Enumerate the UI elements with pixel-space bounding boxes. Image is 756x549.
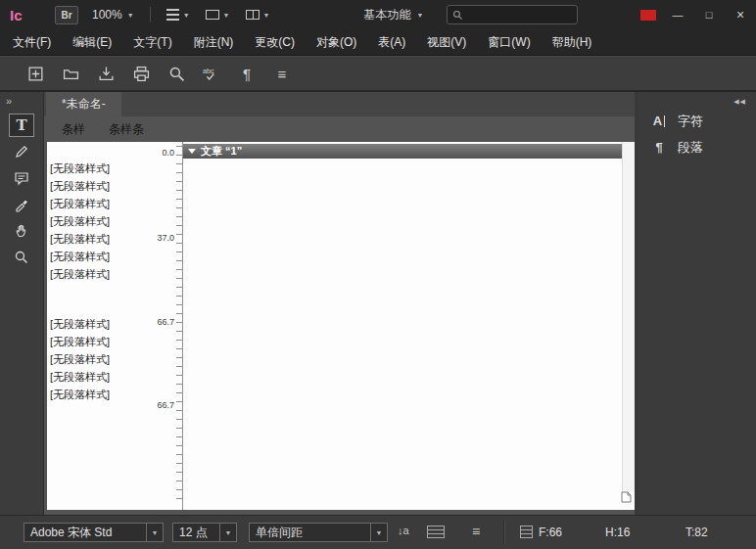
view-options-icon — [166, 9, 179, 21]
chevron-down-icon[interactable]: ▼ — [219, 524, 236, 541]
paragraph-panel-tab[interactable]: ¶ 段落 — [638, 134, 756, 160]
count-icon — [520, 526, 533, 538]
word-count: T:82 — [685, 526, 708, 539]
search-box[interactable] — [447, 5, 578, 24]
character-panel-icon: A — [650, 114, 668, 128]
menu-item[interactable]: 附注(N) — [183, 29, 245, 55]
note-icon — [14, 170, 29, 186]
hand-tool[interactable] — [9, 219, 34, 243]
arrange-documents-dropdown[interactable]: ▼ — [246, 10, 270, 20]
zoom-tool[interactable] — [9, 246, 34, 269]
window-controls: — □ × — [640, 0, 756, 29]
menu-item[interactable]: 对象(O) — [306, 29, 367, 55]
screen-mode-dropdown[interactable]: ▼ — [206, 10, 230, 20]
chevron-down-icon: ▼ — [183, 12, 190, 19]
story-header[interactable]: 文章 “1” — [183, 144, 623, 159]
chevron-down-icon: ▼ — [263, 12, 270, 19]
save-icon[interactable] — [96, 64, 116, 83]
show-hidden-characters-icon[interactable]: ¶ — [237, 64, 257, 83]
workspace-label: 基本功能 — [363, 7, 410, 23]
document-tab-bar: *未命名- — [44, 92, 635, 116]
menu-item[interactable]: 视图(V) — [416, 29, 477, 55]
arrange-documents-icon — [246, 10, 260, 20]
view-tab[interactable]: 条样 — [52, 119, 95, 140]
statusbar-menu-icon[interactable]: ≡ — [472, 524, 480, 539]
maximize-button[interactable]: □ — [693, 0, 725, 29]
document-area: *未命名- 条样条样条 [无段落样式][无段落样式][无段落样式][无段落样式]… — [44, 92, 635, 516]
collapse-triangle-icon[interactable] — [188, 149, 196, 154]
print-icon[interactable] — [131, 64, 151, 83]
close-button[interactable]: × — [725, 0, 756, 29]
leading-value: 单倍间距 — [250, 524, 370, 541]
depth-ruler: 0.037.066.766.7 — [147, 142, 182, 510]
menu-item[interactable]: 表(A) — [367, 29, 416, 55]
titlebar-separator — [150, 7, 151, 23]
paragraph-style-label: [无段落样式] — [47, 333, 147, 350]
galley-view: [无段落样式][无段落样式][无段落样式][无段落样式][无段落样式][无段落样… — [44, 142, 635, 516]
galley-info-icon[interactable] — [427, 526, 445, 538]
view-tab-bar: 条样条样条 — [44, 116, 635, 142]
spellcheck-icon[interactable]: abc — [202, 64, 221, 83]
statusbar-separator — [503, 521, 504, 544]
view-tab[interactable]: 条样条 — [99, 119, 154, 140]
menu-item[interactable]: 窗口(W) — [477, 29, 541, 55]
pencil-tool[interactable] — [9, 140, 34, 163]
document-tab[interactable]: *未命名- — [46, 92, 121, 116]
paragraph-style-label: [无段落样式] — [47, 230, 147, 248]
menu-item[interactable]: 编辑(E) — [62, 29, 122, 55]
character-panel-label: 字符 — [678, 113, 703, 130]
ruler-depth-label: 0.0 — [162, 148, 174, 158]
paragraph-style-label: [无段落样式] — [47, 212, 147, 230]
menu-item[interactable]: 文件(F) — [2, 29, 62, 55]
menu-item[interactable]: 文字(T) — [122, 29, 182, 55]
paragraph-style-label: [无段落样式] — [47, 265, 147, 283]
character-panel-tab[interactable]: A 字符 — [638, 108, 756, 134]
ruler-depth-label: 66.7 — [157, 317, 174, 327]
story-text-area[interactable]: 文章 “1” — [182, 142, 635, 510]
search-input[interactable] — [467, 8, 572, 22]
eyedropper-tool[interactable] — [9, 193, 34, 216]
tools-panel-expand-icon[interactable]: » — [0, 92, 43, 111]
chevron-down-icon[interactable]: ▼ — [146, 524, 163, 541]
leading-combo[interactable]: 单倍间距 ▼ — [249, 523, 388, 542]
zoom-level-value: 100% — [92, 8, 122, 22]
font-family-combo[interactable]: Adobe 宋体 Std ▼ — [24, 523, 164, 542]
new-document-icon[interactable] — [25, 64, 45, 83]
chevron-down-icon: ▼ — [223, 12, 230, 19]
page-corner-icon — [620, 489, 632, 507]
paragraph-style-label: [无段落样式] — [47, 195, 147, 212]
style-column: [无段落样式][无段落样式][无段落样式][无段落样式][无段落样式][无段落样… — [47, 142, 147, 510]
minimize-button[interactable]: — — [662, 0, 693, 29]
open-folder-icon[interactable] — [61, 64, 80, 83]
main-toolbar: abc ¶ ≡ — [0, 56, 756, 91]
leading-icon[interactable]: ↓a — [398, 525, 409, 536]
toolbar-menu-icon[interactable]: ≡ — [272, 64, 292, 83]
paragraph-style-label: [无段落样式] — [47, 350, 147, 368]
statusbar: Adobe 宋体 Std ▼ 12 点 ▼ 单倍间距 ▼ ↓a ≡ F:66 H… — [0, 515, 756, 549]
workspace-switcher[interactable]: 基本功能 ▼ — [363, 7, 423, 23]
zoom-level-dropdown[interactable]: 100% ▼ — [92, 8, 134, 22]
main-region: » T *未命名- — [0, 92, 756, 516]
search-icon[interactable] — [166, 64, 186, 83]
paragraph-style-label: [无段落样式] — [47, 315, 147, 333]
chevron-down-icon[interactable]: ▼ — [370, 524, 387, 541]
right-panel-dock: ◀◀ A 字符 ¶ 段落 — [638, 92, 756, 516]
vertical-scrollbar[interactable] — [622, 142, 635, 492]
paragraph-panel-label: 段落 — [678, 139, 703, 157]
menubar: 文件(F)编辑(E)文字(T)附注(N)更改(C)对象(O)表(A)视图(V)窗… — [0, 29, 756, 56]
menu-item[interactable]: 更改(C) — [244, 29, 306, 55]
bridge-button[interactable]: Br — [55, 6, 78, 24]
view-options-dropdown[interactable]: ▼ — [166, 9, 190, 21]
paragraph-style-label: [无段落样式] — [47, 177, 147, 195]
paragraph-style-label: [无段落样式] — [47, 368, 147, 386]
note-tool[interactable] — [9, 166, 34, 190]
chevron-down-icon: ▼ — [416, 12, 423, 19]
menu-item[interactable]: 帮助(H) — [542, 29, 603, 55]
paragraph-style-label: [无段落样式] — [47, 386, 147, 403]
font-size-combo[interactable]: 12 点 ▼ — [172, 523, 237, 542]
frame-count: F:66 — [539, 526, 562, 539]
red-indicator[interactable] — [640, 10, 656, 21]
panel-expand-icon[interactable]: ◀◀ — [638, 92, 756, 108]
type-tool[interactable]: T — [9, 114, 34, 137]
paragraph-panel-icon: ¶ — [650, 140, 668, 155]
